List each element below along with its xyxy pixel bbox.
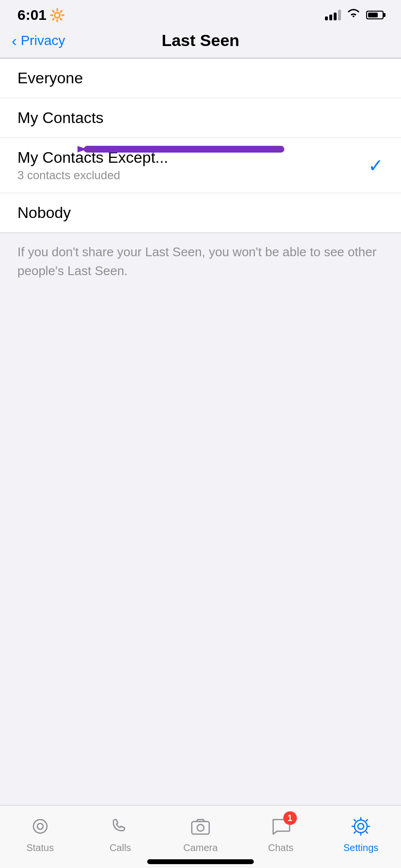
battery-icon (366, 11, 384, 19)
tab-status-label: Status (26, 842, 54, 853)
svg-point-5 (197, 824, 204, 831)
status-time: 6:01 🔆 (17, 7, 65, 23)
info-text: If you don't share your Last Seen, you w… (0, 233, 401, 290)
svg-point-6 (358, 823, 364, 829)
option-everyone[interactable]: Everyone (0, 59, 401, 98)
time-label: 6:01 (17, 7, 46, 23)
svg-point-7 (355, 820, 367, 833)
tab-settings[interactable]: Settings (321, 813, 401, 853)
chats-tab-icon: 1 (268, 813, 294, 839)
svg-point-3 (37, 823, 43, 829)
home-indicator (147, 859, 254, 864)
option-my-contacts-except[interactable]: My Contacts Except... 3 contacts exclude… (0, 138, 401, 193)
tab-settings-label: Settings (343, 842, 378, 853)
svg-rect-4 (192, 822, 209, 834)
tab-bar: Status Calls Camera 1 Chats (0, 805, 401, 868)
option-sublabel-my-contacts-except: 3 contacts excluded (17, 169, 168, 182)
option-my-contacts[interactable]: My Contacts (0, 98, 401, 138)
back-label: Privacy (21, 33, 65, 48)
option-label-nobody: Nobody (17, 204, 71, 222)
tab-chats[interactable]: 1 Chats (241, 813, 321, 853)
content-area: Everyone My Contacts My Contacts Except.… (0, 58, 401, 368)
tab-calls-label: Calls (109, 842, 131, 853)
options-list: Everyone My Contacts My Contacts Except.… (0, 58, 401, 233)
wifi-icon (346, 8, 361, 23)
page-title: Last Seen (162, 31, 240, 50)
tab-status[interactable]: Status (0, 813, 80, 853)
nav-bar: ‹ Privacy Last Seen (0, 26, 401, 58)
status-icons (325, 8, 384, 23)
signal-icon (325, 10, 341, 20)
svg-point-2 (33, 820, 47, 833)
option-label-everyone: Everyone (17, 69, 83, 87)
status-tab-icon (27, 813, 53, 839)
tab-camera-label: Camera (183, 842, 217, 853)
tab-calls[interactable]: Calls (80, 813, 161, 853)
tab-camera[interactable]: Camera (160, 813, 241, 853)
calls-tab-icon (107, 813, 133, 839)
option-label-my-contacts: My Contacts (17, 109, 104, 127)
flame-icon: 🔆 (49, 8, 65, 23)
checkmark-icon: ✓ (368, 155, 384, 176)
tab-chats-label: Chats (268, 842, 293, 853)
back-button[interactable]: ‹ Privacy (12, 33, 65, 48)
option-nobody[interactable]: Nobody (0, 193, 401, 232)
status-bar: 6:01 🔆 (0, 0, 401, 26)
settings-tab-icon (348, 813, 374, 839)
camera-tab-icon (187, 813, 214, 839)
chevron-left-icon: ‹ (12, 33, 17, 48)
chats-badge: 1 (283, 811, 297, 825)
option-label-my-contacts-except: My Contacts Except... (17, 149, 168, 167)
